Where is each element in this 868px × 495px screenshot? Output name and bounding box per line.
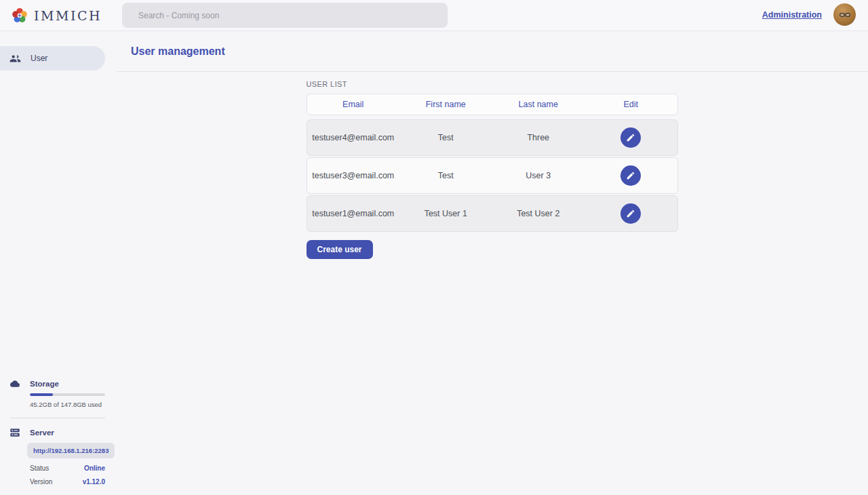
pencil-icon [626, 209, 635, 218]
cloud-icon [9, 379, 20, 389]
cell-first-name: Test User 1 [399, 209, 492, 218]
cell-email: testuser3@email.com [307, 171, 400, 180]
main-panel: User management USER LIST Email First na… [116, 31, 868, 495]
search-input[interactable] [122, 3, 448, 28]
table-row: testuser1@email.com Test User 1 Test Use… [307, 195, 678, 232]
storage-progress-fill [30, 393, 53, 396]
top-header: IMMICH Administration [0, 0, 868, 31]
column-header-edit: Edit [585, 100, 677, 109]
server-url-chip: http://192.168.1.216:2283 [27, 443, 115, 458]
sidebar-item-user-label: User [31, 54, 47, 63]
cell-last-name: Test User 2 [492, 209, 585, 218]
table-header: Email First name Last name Edit [307, 94, 678, 115]
users-icon [9, 53, 21, 64]
user-list-label: USER LIST [307, 80, 678, 88]
title-bar: User management [116, 31, 868, 72]
page-title: User management [131, 45, 225, 58]
immich-flower-logo-icon [11, 7, 28, 24]
sidebar-divider [9, 418, 105, 418]
column-header-last-name: Last name [492, 100, 585, 109]
sidebar-item-user[interactable]: User [0, 46, 105, 71]
server-status-label: Status [30, 464, 49, 472]
storage-progress-bar [30, 393, 105, 396]
edit-user-button[interactable] [620, 127, 641, 148]
brand[interactable]: IMMICH [11, 0, 102, 31]
administration-link[interactable]: Administration [762, 10, 822, 20]
cell-first-name: Test [399, 133, 492, 142]
admin-sidebar: User Storage 45.2GB of 147.8GB [0, 31, 116, 495]
pencil-icon [626, 171, 635, 180]
create-user-button[interactable]: Create user [307, 240, 373, 259]
immich-app: IMMICH Administration [0, 0, 868, 495]
pencil-icon [626, 133, 635, 142]
server-version-label: Version [30, 478, 52, 486]
cell-last-name: Three [492, 133, 585, 142]
edit-user-button[interactable] [620, 165, 641, 186]
edit-user-button[interactable] [620, 203, 641, 224]
server-status-row: Status Online [30, 464, 105, 472]
column-header-email: Email [307, 100, 400, 109]
user-avatar[interactable] [833, 3, 856, 26]
cell-first-name: Test [399, 171, 492, 180]
brand-wordmark: IMMICH [34, 8, 102, 23]
table-row: testuser3@email.com Test User 3 [307, 157, 678, 194]
server-section-header: Server [9, 427, 105, 438]
cell-last-name: User 3 [492, 171, 585, 180]
cell-email: testuser4@email.com [307, 133, 400, 142]
table-row: testuser4@email.com Test Three [307, 119, 678, 156]
sidebar-footer: Storage 45.2GB of 147.8GB used [0, 379, 116, 486]
user-list-section: USER LIST Email First name Last name Edi… [307, 72, 678, 259]
column-header-first-name: First name [399, 100, 492, 109]
glasses-icon [837, 7, 852, 22]
server-title: Server [30, 429, 54, 437]
server-status-value: Online [84, 464, 105, 472]
storage-section-header: Storage [9, 379, 105, 389]
server-version-value: v1.12.0 [83, 478, 105, 486]
storage-usage-text: 45.2GB of 147.8GB used [30, 401, 105, 408]
storage-title: Storage [30, 380, 59, 388]
cell-email: testuser1@email.com [307, 209, 400, 218]
server-version-row: Version v1.12.0 [30, 478, 105, 486]
server-icon [9, 427, 20, 438]
